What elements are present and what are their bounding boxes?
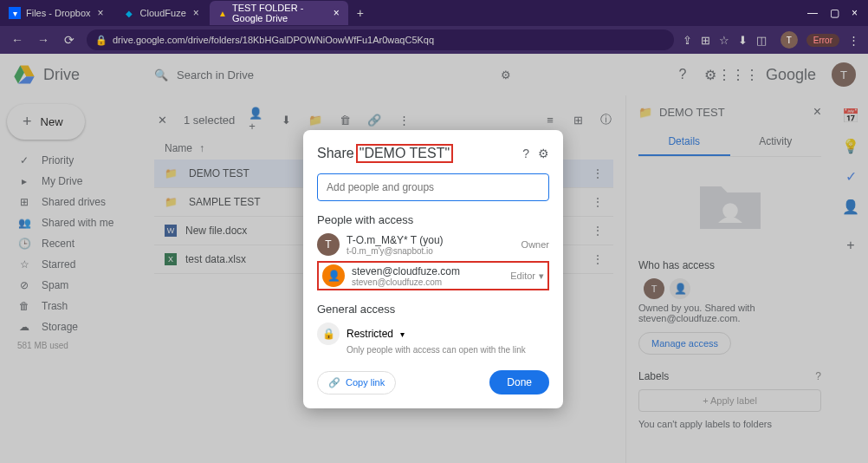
tab-details[interactable]: Details — [638, 128, 730, 156]
row-menu-icon[interactable]: ⋮ — [593, 225, 603, 237]
move-icon[interactable]: 📁 — [308, 112, 323, 127]
minimize-icon[interactable]: — — [807, 7, 818, 19]
row-menu-icon[interactable]: ⋮ — [593, 167, 603, 179]
help-icon[interactable]: ? — [815, 370, 821, 382]
close-icon[interactable]: × — [193, 7, 199, 19]
svg-point-0 — [722, 203, 738, 218]
column-name: Name — [165, 142, 192, 154]
sidebar-item-mydrive[interactable]: ▸My Drive — [7, 171, 135, 192]
row-menu-icon[interactable]: ⋮ — [593, 196, 603, 208]
link-icon[interactable]: 🔗 — [366, 112, 382, 127]
done-button[interactable]: Done — [489, 370, 549, 395]
more-icon[interactable]: ⋮ — [396, 112, 411, 127]
help-icon[interactable]: ? — [522, 147, 529, 160]
account-avatar[interactable]: T — [832, 62, 856, 87]
close-panel-icon[interactable]: × — [813, 104, 821, 120]
sidebar-item-spam[interactable]: ⊘Spam — [7, 275, 135, 296]
folder-preview — [638, 157, 821, 252]
editor-name: steven@cloudfuze.com — [352, 265, 460, 277]
gear-icon[interactable]: ⚙ — [538, 147, 549, 160]
delete-icon[interactable]: 🗑 — [337, 112, 353, 127]
owner-role: Owner — [521, 239, 549, 250]
sidebar-item-storage[interactable]: ☁Storage — [7, 316, 135, 337]
row-menu-icon[interactable]: ⋮ — [593, 253, 603, 265]
owner-email: t-0.m_m'y@snapbot.io — [347, 246, 444, 256]
shared-drives-icon: ⊞ — [17, 196, 31, 208]
link-icon: 🔗 — [328, 377, 340, 388]
help-icon[interactable]: ? — [674, 66, 691, 83]
general-access-row[interactable]: 🔒 Restricted ▾ — [317, 323, 549, 345]
apply-label-button[interactable]: + Apply label — [638, 389, 821, 412]
close-icon[interactable]: × — [334, 7, 340, 19]
sidebar-item-priority[interactable]: ✓Priority — [7, 150, 135, 171]
apps-icon[interactable]: ⋮⋮⋮ — [729, 66, 747, 83]
sidebar-item-starred[interactable]: ☆Starred — [7, 254, 135, 275]
lock-icon: 🔒 — [317, 323, 340, 345]
tasks-icon[interactable]: ✓ — [845, 168, 857, 185]
share-icon[interactable]: 👤+ — [249, 112, 264, 127]
back-icon[interactable]: ← — [9, 33, 26, 47]
window-close-icon[interactable]: × — [852, 7, 858, 19]
file-name: SAMPLE TEST — [189, 196, 260, 208]
extension-icon[interactable]: ⊞ — [701, 34, 710, 47]
filter-icon[interactable]: ≡ — [542, 112, 558, 127]
browser-tab[interactable]: ◆ CloudFuze × — [114, 1, 208, 25]
sidebar-item-trash[interactable]: 🗑Trash — [7, 296, 135, 316]
sidebar-item-shareddrives[interactable]: ⊞Shared drives — [7, 192, 135, 212]
shared-avatar: 👤 — [670, 278, 690, 299]
search-input[interactable]: 🔍 Search in Drive ⚙ — [142, 62, 523, 88]
browser-tab-active[interactable]: ▲ TEST FOLDER - Google Drive × — [210, 1, 348, 25]
new-tab-button[interactable]: + — [350, 6, 371, 20]
labels-header: Labels — [638, 370, 669, 382]
copy-link-button[interactable]: 🔗 Copy link — [317, 371, 396, 395]
download-icon[interactable]: ⬇ — [278, 112, 294, 127]
owner-name: T-O.m_M&Y* T (you) — [347, 234, 444, 246]
browser-avatar[interactable]: T — [781, 31, 798, 49]
filter-icon[interactable]: ⚙ — [501, 68, 511, 82]
details-title: DEMO TEST — [659, 106, 725, 119]
general-access-header: General access — [317, 303, 549, 316]
folder-icon: 📁 — [165, 196, 180, 208]
forward-icon[interactable]: → — [35, 33, 52, 47]
sidebar-item-sharedwithme[interactable]: 👥Shared with me — [7, 212, 135, 233]
drive-icon — [12, 62, 36, 87]
sort-arrow-icon: ↑ — [199, 142, 204, 154]
settings-icon[interactable]: ⚙ — [702, 66, 719, 83]
browser-tab[interactable]: ▾ Files - Dropbox × — [0, 1, 113, 25]
browser-menu-icon[interactable]: ⋮ — [848, 34, 859, 47]
tab-label: CloudFuze — [140, 8, 186, 18]
owner-avatar: T — [644, 278, 664, 299]
new-label: New — [41, 115, 63, 128]
contacts-icon[interactable]: 👤 — [842, 199, 859, 215]
plus-icon: + — [23, 113, 32, 131]
lock-icon: 🔒 — [95, 35, 107, 46]
error-badge[interactable]: Error — [806, 34, 839, 47]
add-people-input[interactable] — [317, 173, 549, 201]
close-icon[interactable]: × — [98, 7, 104, 19]
person-editor: 👤 steven@cloudfuze.com steven@cloudfuze.… — [322, 264, 544, 287]
download-icon[interactable]: ⬇ — [738, 34, 748, 47]
people-with-access-header: People with access — [317, 213, 549, 226]
sidebar-item-recent[interactable]: 🕒Recent — [7, 233, 135, 254]
calendar-icon[interactable]: 📅 — [842, 108, 859, 124]
chevron-right-icon: ▸ — [17, 175, 31, 187]
cloud-icon: ☁ — [17, 321, 31, 333]
new-button[interactable]: + New — [7, 104, 85, 140]
keep-icon[interactable]: 💡 — [842, 138, 859, 154]
info-icon[interactable]: ⓘ — [598, 112, 613, 127]
share-modal: Share "DEMO TEST" ? ⚙ People with access… — [303, 130, 563, 408]
share-icon[interactable]: ⇪ — [683, 34, 692, 47]
maximize-icon[interactable]: ▢ — [830, 7, 839, 19]
tab-activity[interactable]: Activity — [730, 128, 822, 156]
reload-icon[interactable]: ⟳ — [61, 33, 78, 47]
drive-logo[interactable]: Drive — [12, 62, 142, 87]
add-icon[interactable]: + — [846, 238, 854, 253]
close-selection-icon[interactable]: ✕ — [154, 112, 170, 127]
grid-view-icon[interactable]: ⊞ — [570, 112, 586, 127]
labels-disabled-text: You can't apply labels to folders — [638, 419, 821, 429]
editor-role-dropdown[interactable]: Editor ▾ — [510, 271, 544, 282]
panel-icon[interactable]: ◫ — [756, 34, 767, 47]
manage-access-button[interactable]: Manage access — [638, 332, 731, 355]
star-icon[interactable]: ☆ — [719, 34, 729, 47]
url-input[interactable]: 🔒 drive.google.com/drive/folders/18KbHGa… — [87, 29, 674, 50]
